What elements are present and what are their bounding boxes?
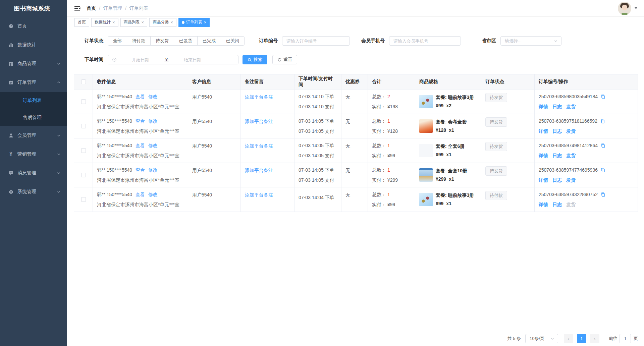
order-no-line: 250703-6385974774695936 xyxy=(539,167,634,173)
total-cell: 总数： 1 实付： ¥99 xyxy=(368,187,415,212)
log-link[interactable]: 日志 xyxy=(552,177,562,183)
sidebar-item-orders[interactable]: 订单管理 xyxy=(0,73,67,92)
row-checkbox[interactable] xyxy=(81,197,86,202)
product-thumbnail xyxy=(419,119,433,133)
detail-link[interactable]: 详情 xyxy=(539,128,548,134)
ship-link[interactable]: 发货 xyxy=(566,153,576,159)
prev-page-button[interactable]: ‹ xyxy=(564,334,573,343)
ship-link[interactable]: 发货 xyxy=(566,104,576,110)
ship-link[interactable]: 发货 xyxy=(566,128,576,134)
ship-link[interactable]: 发货 xyxy=(566,201,576,208)
edit-address-link[interactable]: 修改 xyxy=(148,167,158,173)
select-all-checkbox[interactable] xyxy=(81,79,86,84)
message-icon xyxy=(8,170,14,176)
detail-link[interactable]: 详情 xyxy=(539,104,548,110)
add-remark-link[interactable]: 添加平台备注 xyxy=(245,119,273,124)
add-remark-link[interactable]: 添加平台备注 xyxy=(245,192,273,197)
sidebar-item-home[interactable]: 首页 xyxy=(0,17,67,36)
log-link[interactable]: 日志 xyxy=(552,153,562,159)
tab-product-category[interactable]: 商品分类 × xyxy=(149,18,176,27)
view-address-link[interactable]: 查看 xyxy=(136,118,145,124)
tab-close-icon[interactable]: × xyxy=(112,20,115,24)
end-date-input[interactable] xyxy=(171,57,214,62)
col-header-customer: 客户信息 xyxy=(188,74,241,89)
edit-address-link[interactable]: 修改 xyxy=(148,94,158,100)
region-select[interactable]: 请选择... xyxy=(500,36,561,46)
sidebar-item-label: 数据统计 xyxy=(17,42,56,48)
tab-close-icon[interactable]: × xyxy=(170,20,173,24)
phone-input[interactable] xyxy=(389,36,461,46)
add-remark-link[interactable]: 添加平台备注 xyxy=(245,143,273,149)
reset-button[interactable]: 重置 xyxy=(272,55,297,64)
sidebar-item-marketing[interactable]: ¥ 营销管理 xyxy=(0,145,67,164)
sidebar-item-messages[interactable]: 消息管理 xyxy=(0,164,67,182)
page-1-button[interactable]: 1 xyxy=(577,334,586,343)
row-checkbox[interactable] xyxy=(81,148,86,153)
product-cell: 套餐: 睡前故事3册 ¥99x2 xyxy=(415,90,481,114)
ship-link[interactable]: 发货 xyxy=(566,177,576,183)
detail-link[interactable]: 详情 xyxy=(539,153,548,159)
avatar[interactable] xyxy=(618,2,631,15)
view-address-link[interactable]: 查看 xyxy=(136,167,145,173)
copy-icon[interactable] xyxy=(600,94,605,99)
sidebar-item-products[interactable]: 商品管理 xyxy=(0,54,67,73)
edit-address-link[interactable]: 修改 xyxy=(148,191,158,198)
breadcrumb-home[interactable]: 首页 xyxy=(87,5,96,11)
tab-bar: 首页 数据统计 × 商品列表 × 商品分类 × 订单列表 × xyxy=(67,17,644,28)
recipient-address: 河北省保定市涿州市海富小区*单元***室 xyxy=(97,128,184,134)
detail-link[interactable]: 详情 xyxy=(539,177,548,183)
view-address-link[interactable]: 查看 xyxy=(136,142,145,149)
status-option-pending-payment[interactable]: 待付款 xyxy=(127,37,150,45)
row-checkbox[interactable] xyxy=(81,173,86,177)
status-option-all[interactable]: 全部 xyxy=(108,37,127,45)
goto-page-input[interactable] xyxy=(620,334,631,343)
region-placeholder: 请选择... xyxy=(505,38,522,44)
row-checkbox[interactable] xyxy=(81,124,86,128)
tab-close-icon[interactable]: × xyxy=(142,20,144,24)
sidebar-toggle-icon[interactable] xyxy=(74,6,80,11)
tab-order-list[interactable]: 订单列表 × xyxy=(178,18,210,27)
customer-name: 用户5540 xyxy=(192,192,212,197)
breadcrumb-order-mgmt[interactable]: 订单管理 xyxy=(103,5,122,11)
order-no-line: 250703-6385975181166592 xyxy=(539,118,634,124)
copy-icon[interactable] xyxy=(600,192,605,197)
view-address-link[interactable]: 查看 xyxy=(136,191,145,198)
order-no-input[interactable] xyxy=(282,36,350,46)
log-link[interactable]: 日志 xyxy=(552,104,562,110)
detail-link[interactable]: 详情 xyxy=(539,201,548,208)
total-count-label: 总数： xyxy=(372,167,386,173)
date-range-picker[interactable]: 至 xyxy=(108,55,238,64)
sidebar-item-after-sales[interactable]: 售后管理 xyxy=(0,109,67,126)
tab-close-icon[interactable]: × xyxy=(204,20,207,24)
start-date-input[interactable] xyxy=(119,57,162,62)
tab-home[interactable]: 首页 xyxy=(74,18,89,27)
copy-icon[interactable] xyxy=(600,168,605,173)
add-remark-link[interactable]: 添加平台备注 xyxy=(245,168,273,173)
log-link[interactable]: 日志 xyxy=(552,128,562,134)
search-button[interactable]: 搜索 xyxy=(243,55,267,64)
product-name: 套餐: 全套6册 xyxy=(436,143,465,149)
status-option-pending-shipment[interactable]: 待发货 xyxy=(150,37,174,45)
copy-icon[interactable] xyxy=(600,119,605,124)
table-row: 郭** 150****5540 查看 修改 河北省保定市涿州市海富小区*单元**… xyxy=(74,163,638,187)
status-option-closed[interactable]: 已关闭 xyxy=(221,37,244,45)
row-checkbox[interactable] xyxy=(81,99,86,104)
log-link[interactable]: 日志 xyxy=(552,201,562,208)
user-menu[interactable] xyxy=(618,2,637,15)
sidebar-item-order-list[interactable]: 订单列表 xyxy=(0,92,67,109)
tab-product-list[interactable]: 商品列表 × xyxy=(120,18,148,27)
sidebar-item-members[interactable]: 会员管理 xyxy=(0,126,67,145)
status-option-completed[interactable]: 已完成 xyxy=(197,37,221,45)
next-page-button[interactable]: › xyxy=(590,334,599,343)
edit-address-link[interactable]: 修改 xyxy=(148,118,158,124)
sidebar-item-system[interactable]: 系统管理 xyxy=(0,182,67,201)
status-option-shipped[interactable]: 已发货 xyxy=(174,37,197,45)
edit-address-link[interactable]: 修改 xyxy=(148,142,158,149)
time-cell: 07-03 14:10 下单 07-03 14:10 支付 xyxy=(294,90,341,114)
view-address-link[interactable]: 查看 xyxy=(136,94,145,100)
page-size-select[interactable]: 10条/页 xyxy=(525,334,558,343)
tab-data-stats[interactable]: 数据统计 × xyxy=(91,18,118,27)
add-remark-link[interactable]: 添加平台备注 xyxy=(245,94,273,100)
copy-icon[interactable] xyxy=(600,143,605,148)
sidebar-item-data-stats[interactable]: 数据统计 xyxy=(0,36,67,54)
